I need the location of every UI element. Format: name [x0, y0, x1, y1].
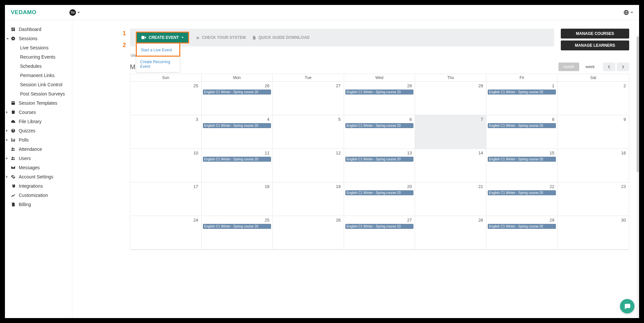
- calendar-event[interactable]: English C1 Winter - Spring course 20: [488, 224, 556, 229]
- prev-button[interactable]: [603, 63, 615, 71]
- calendar-cell[interactable]: 7: [415, 115, 486, 149]
- view-week-button[interactable]: week: [581, 63, 600, 71]
- sidebar-item-users[interactable]: Users: [10, 154, 69, 163]
- sidebar-item-account-settings[interactable]: Account Settings: [10, 172, 69, 181]
- sidebar-item-billing[interactable]: Billing: [10, 200, 69, 209]
- day-header: Sun: [130, 74, 202, 82]
- sidebar-item-sessions[interactable]: Sessions: [10, 34, 69, 43]
- calendar-event[interactable]: English C1 Winter - Spring course 20: [345, 224, 414, 229]
- camera-icon: [141, 36, 146, 39]
- check-system-link[interactable]: CHECK YOUR SYSTEM: [196, 35, 246, 40]
- sidebar-item-dashboard[interactable]: Dashboard: [10, 25, 69, 34]
- calendar-cell[interactable]: 2: [557, 82, 629, 115]
- calendar-date: 26: [274, 217, 343, 224]
- calendar-cell[interactable]: 24: [130, 216, 202, 250]
- calendar-cell[interactable]: 16: [557, 149, 629, 182]
- sidebar-item-polls[interactable]: Polls: [10, 135, 69, 145]
- sidebar-item-messages[interactable]: Messages: [10, 163, 69, 172]
- calendar-cell[interactable]: 28English C1 Winter - Spring course 20: [344, 82, 415, 115]
- sidebar-subitem-post-session-surveys[interactable]: Post Session Surveys: [19, 89, 69, 98]
- calendar-cell[interactable]: 12: [273, 149, 344, 182]
- manage-learners-button[interactable]: MANAGE LEARNERS: [561, 40, 629, 50]
- calendar-cell[interactable]: 1English C1 Winter - Spring course 20: [486, 82, 558, 115]
- calendar-date: 6: [345, 116, 414, 123]
- sidebar-item-quizzes[interactable]: Quizzes: [10, 126, 69, 135]
- calendar-cell[interactable]: 27: [273, 82, 344, 115]
- create-recurring-event-item[interactable]: Create Recurring Event: [136, 56, 180, 72]
- sidebar-item-label: Polls: [19, 137, 29, 143]
- calendar-cell[interactable]: 29English C1 Winter - Spring course 20: [486, 216, 558, 250]
- calendar-event[interactable]: English C1 Winter - Spring course 20: [488, 157, 556, 162]
- quick-guide-link[interactable]: QUICK GUIDE DOWNLOAD: [252, 35, 310, 40]
- calendar-cell[interactable]: 9: [557, 115, 629, 149]
- scrollbar[interactable]: [636, 35, 639, 318]
- start-live-event-item[interactable]: Start a Live Event: [136, 43, 180, 57]
- calendar-cell[interactable]: 15English C1 Winter - Spring course 20: [486, 149, 558, 182]
- sidebar-item-integrations[interactable]: Integrations: [10, 181, 69, 191]
- user-menu[interactable]: TU: [69, 9, 80, 16]
- calendar-cell[interactable]: 13English C1 Winter - Spring course 20: [344, 149, 415, 182]
- calendar-cell[interactable]: 20English C1 Winter - Spring course 20: [344, 182, 415, 216]
- poll-icon: [11, 138, 15, 142]
- calendar-event[interactable]: English C1 Winter - Spring course 20: [203, 90, 271, 94]
- calendar-event[interactable]: English C1 Winter - Spring course 20: [488, 190, 556, 195]
- calendar-date: 18: [203, 183, 272, 190]
- sidebar-subitem-permanent-links[interactable]: Permanent Links: [19, 71, 69, 80]
- sidebar-item-session-templates[interactable]: Session Templates: [10, 98, 69, 108]
- brand-logo[interactable]: VEDAMO: [11, 9, 37, 16]
- calendar-event[interactable]: English C1 Winter - Spring course 20: [345, 90, 414, 94]
- calendar-cell[interactable]: 10: [130, 149, 202, 182]
- create-event-button[interactable]: CREATE EVENT: [136, 32, 189, 43]
- sidebar-item-attendance[interactable]: Attendance: [10, 145, 69, 154]
- calendar-event[interactable]: English C1 Winter - Spring course 20: [203, 157, 271, 162]
- sidebar-item-file-library[interactable]: File Library: [10, 117, 69, 126]
- calendar-event[interactable]: English C1 Winter - Spring course 20: [345, 123, 414, 128]
- calendar-week-row: 2526English C1 Winter - Spring course 20…: [130, 82, 629, 115]
- calendar-cell[interactable]: 26English C1 Winter - Spring course 20: [202, 82, 273, 115]
- calendar-cell[interactable]: 23: [557, 182, 629, 216]
- calendar-cell[interactable]: 11English C1 Winter - Spring course 20: [202, 149, 273, 182]
- calendar-cell[interactable]: 22English C1 Winter - Spring course 20: [486, 182, 558, 216]
- calendar-cell[interactable]: 30: [557, 216, 629, 250]
- calendar-cell[interactable]: 27English C1 Winter - Spring course 20: [344, 216, 415, 250]
- calendar-cell[interactable]: 19: [273, 182, 344, 216]
- calendar-event[interactable]: English C1 Winter - Spring course 20: [203, 224, 271, 229]
- calendar-event[interactable]: English C1 Winter - Spring course 20: [488, 123, 556, 128]
- view-month-button[interactable]: month: [558, 63, 579, 71]
- sidebar-subitem-recurring-events[interactable]: Recurring Events: [19, 52, 69, 62]
- calendar-cell[interactable]: 18: [202, 182, 273, 216]
- calendar-cell[interactable]: 25: [130, 82, 202, 115]
- calendar-date: 23: [558, 183, 628, 190]
- calendar-cell[interactable]: 5: [273, 115, 344, 149]
- sidebar-subitem-session-link-control[interactable]: Session Link Control: [19, 80, 69, 89]
- manage-courses-button[interactable]: MANAGE COURSES: [561, 29, 629, 39]
- calendar-date: 8: [487, 116, 557, 123]
- chat-button[interactable]: [620, 299, 634, 313]
- calendar-event[interactable]: English C1 Winter - Spring course 20: [488, 90, 556, 94]
- sidebar-item-label: Users: [19, 156, 31, 161]
- calendar-cell[interactable]: 6English C1 Winter - Spring course 20: [344, 115, 415, 149]
- calendar-cell[interactable]: 8English C1 Winter - Spring course 20: [486, 115, 558, 149]
- calendar-cell[interactable]: 29: [415, 82, 486, 115]
- calendar-date: 4: [203, 116, 272, 123]
- calendar-event[interactable]: English C1 Winter - Spring course 20: [345, 157, 414, 162]
- language-menu[interactable]: [623, 10, 633, 15]
- sidebar-subitem-schedules[interactable]: Schedules: [19, 62, 69, 71]
- calendar-cell[interactable]: 21: [415, 182, 486, 216]
- calendar-event[interactable]: English C1 Winter - Spring course 20: [345, 190, 414, 195]
- calendar-cell[interactable]: 14: [415, 149, 486, 182]
- calendar-cell[interactable]: 25English C1 Winter - Spring course 20: [202, 216, 273, 250]
- calendar-cell[interactable]: 3: [130, 115, 202, 149]
- calendar-cell[interactable]: 26: [273, 216, 344, 250]
- sidebar-item-customization[interactable]: Customization: [10, 191, 69, 200]
- sidebar-item-courses[interactable]: Courses: [10, 108, 69, 117]
- calendar-event[interactable]: English C1 Winter - Spring course 20: [203, 123, 271, 128]
- scroll-thumb[interactable]: [637, 37, 639, 172]
- calendar-cell[interactable]: 28: [415, 216, 486, 250]
- calendar-cell[interactable]: 4English C1 Winter - Spring course 20: [202, 115, 273, 149]
- chevron-right-icon: [622, 65, 624, 69]
- sidebar-subitem-live-sessions[interactable]: Live Sessions: [19, 43, 69, 52]
- day-header: Fri: [486, 74, 558, 82]
- next-button[interactable]: [617, 63, 629, 71]
- calendar-cell[interactable]: 17: [130, 182, 202, 216]
